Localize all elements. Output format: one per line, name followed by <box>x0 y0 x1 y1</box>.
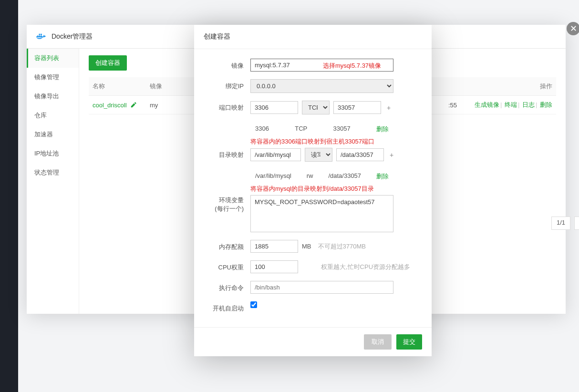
bindip-select[interactable]: 0.0.0.0 <box>250 79 393 93</box>
sidebar-item-containers[interactable]: 容器列表 <box>27 49 79 68</box>
label-portmap: 端口映射 <box>194 101 250 112</box>
dir-row-delete[interactable]: 删除 <box>376 172 389 181</box>
autostart-checkbox[interactable] <box>250 301 257 308</box>
cmd-input[interactable] <box>250 281 393 294</box>
modal-body: 镜像 选择mysql5.7.37镜像 绑定IP 0.0.0.0 端口映射 TCP… <box>194 49 432 327</box>
port-host-input[interactable] <box>333 101 381 114</box>
close-icon[interactable]: ✕ <box>567 22 579 35</box>
port-add-icon[interactable]: + <box>387 104 391 112</box>
dir-row-mode: rw <box>307 172 313 181</box>
dir-mapped-row: /var/lib/mysql rw /data/33057 删除 <box>250 169 393 184</box>
dir-row-container: /var/lib/mysql <box>255 172 291 181</box>
mem-hint: 不可超过3770MB <box>318 242 366 251</box>
port-row-host: 33057 <box>333 125 351 134</box>
edit-icon[interactable] <box>130 102 137 108</box>
sidebar-item-export[interactable]: 镜像导出 <box>27 87 79 106</box>
annotation-3: 将容器内mysql的目录映射到/data/33057目录 <box>250 185 418 193</box>
th-op: 操作 <box>461 77 556 96</box>
op-delete[interactable]: 删除 <box>540 101 552 108</box>
dir-container-input[interactable] <box>250 148 301 161</box>
port-row-delete[interactable]: 删除 <box>376 125 389 134</box>
port-container-input[interactable] <box>250 101 298 114</box>
mem-unit: MB <box>302 243 311 250</box>
mem-input[interactable] <box>250 240 298 253</box>
pager: 1/1 从 <box>551 217 579 230</box>
svg-rect-3 <box>39 33 41 35</box>
modal-title: 创建容器 <box>194 25 432 49</box>
label-image: 镜像 <box>194 59 250 70</box>
port-row-proto: TCP <box>295 125 307 134</box>
container-name-link[interactable]: cool_driscoll <box>93 102 127 109</box>
env-textarea[interactable]: MYSQL_ROOT_PASSWORD=dapaotest57 <box>250 195 393 232</box>
dir-host-input[interactable] <box>336 148 384 161</box>
label-env: 环境变量(每行一个) <box>194 195 250 213</box>
cancel-button[interactable]: 取消 <box>364 334 392 350</box>
dir-mode-select[interactable]: 读写 <box>305 148 332 162</box>
label-cmd: 执行命令 <box>194 281 250 292</box>
pager-from: 从 <box>574 217 579 230</box>
annotation-2: 将容器内的3306端口映射到宿主机33057端口 <box>250 137 418 146</box>
label-bindip: 绑定IP <box>194 79 250 91</box>
label-autostart: 开机自启动 <box>194 301 250 313</box>
cpu-hint: 权重越大,忙时CPU资源分配越多 <box>321 263 410 271</box>
label-dirmap: 目录映射 <box>194 148 250 159</box>
dir-row-host: /data/33057 <box>328 172 361 181</box>
dir-add-icon[interactable]: + <box>390 151 393 159</box>
th-name: 名称 <box>89 77 146 96</box>
cpu-input[interactable] <box>250 260 298 273</box>
panel-title: Docker管理器 <box>52 32 93 41</box>
left-rail <box>0 0 18 392</box>
op-log[interactable]: 日志 <box>522 101 535 108</box>
submit-button[interactable]: 提交 <box>396 334 422 350</box>
port-row-container: 3306 <box>255 125 269 134</box>
label-mem: 内存配额 <box>194 240 250 251</box>
port-proto-select[interactable]: TCP <box>302 101 330 114</box>
docker-icon <box>36 33 47 41</box>
create-container-modal: 创建容器 镜像 选择mysql5.7.37镜像 绑定IP 0.0.0.0 端口映… <box>194 25 432 356</box>
label-cpu: CPU权重 <box>194 260 250 272</box>
sidebar-item-ippool[interactable]: IP地址池 <box>27 144 79 163</box>
annotation-1: 选择mysql5.7.37镜像 <box>323 62 381 70</box>
op-terminal[interactable]: 终端 <box>505 101 517 108</box>
modal-footer: 取消 提交 <box>194 327 432 356</box>
port-mapped-row: 3306 TCP 33057 删除 <box>250 122 393 136</box>
pager-page: 1/1 <box>551 217 570 230</box>
sidebar-item-accel[interactable]: 加速器 <box>27 125 79 144</box>
cell-ops: 生成镜像| 终端| 日志| 删除 <box>461 96 556 114</box>
svg-rect-4 <box>41 33 42 35</box>
sidebar-item-status[interactable]: 状态管理 <box>27 163 79 182</box>
op-genimage[interactable]: 生成镜像 <box>475 101 499 108</box>
sidebar: 容器列表 镜像管理 镜像导出 仓库 加速器 IP地址池 状态管理 <box>27 49 79 314</box>
sidebar-item-repo[interactable]: 仓库 <box>27 106 79 125</box>
create-container-button[interactable]: 创建容器 <box>89 55 127 71</box>
sidebar-item-images[interactable]: 镜像管理 <box>27 68 79 87</box>
